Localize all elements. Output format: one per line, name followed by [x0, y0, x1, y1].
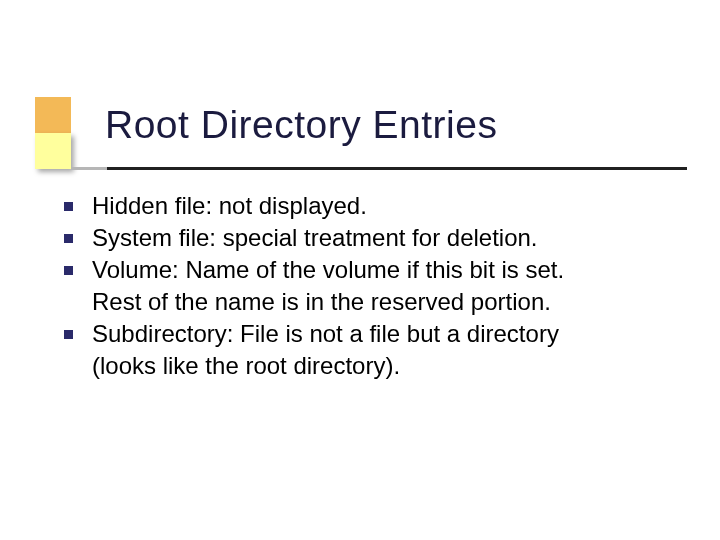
- body-line: Subdirectory: File is not a file but a d…: [64, 318, 664, 350]
- bullet-icon: [64, 330, 73, 339]
- body-text: Rest of the name is in the reserved port…: [92, 286, 551, 318]
- body-text: Volume: Name of the volume if this bit i…: [92, 254, 564, 286]
- body-line: Volume: Name of the volume if this bit i…: [64, 254, 664, 286]
- body-line: System file: special treatment for delet…: [64, 222, 664, 254]
- body-text: System file: special treatment for delet…: [92, 222, 538, 254]
- slide-title: Root Directory Entries: [105, 103, 497, 147]
- bullet-icon: [64, 266, 73, 275]
- body-text: (looks like the root directory).: [92, 350, 400, 382]
- title-underline-short: [71, 167, 107, 170]
- title-underline-long: [107, 167, 687, 170]
- body-text: Hidden file: not displayed.: [92, 190, 367, 222]
- body-line: Hidden file: not displayed.: [64, 190, 664, 222]
- body-line: (looks like the root directory).: [64, 350, 664, 382]
- slide-body: Hidden file: not displayed. System file:…: [64, 190, 664, 382]
- body-text: Subdirectory: File is not a file but a d…: [92, 318, 559, 350]
- slide: Root Directory Entries Hidden file: not …: [0, 0, 720, 540]
- title-square-front-icon: [35, 133, 71, 169]
- bullet-icon: [64, 202, 73, 211]
- body-line: Rest of the name is in the reserved port…: [64, 286, 664, 318]
- bullet-icon: [64, 234, 73, 243]
- title-square-back-icon: [35, 97, 71, 133]
